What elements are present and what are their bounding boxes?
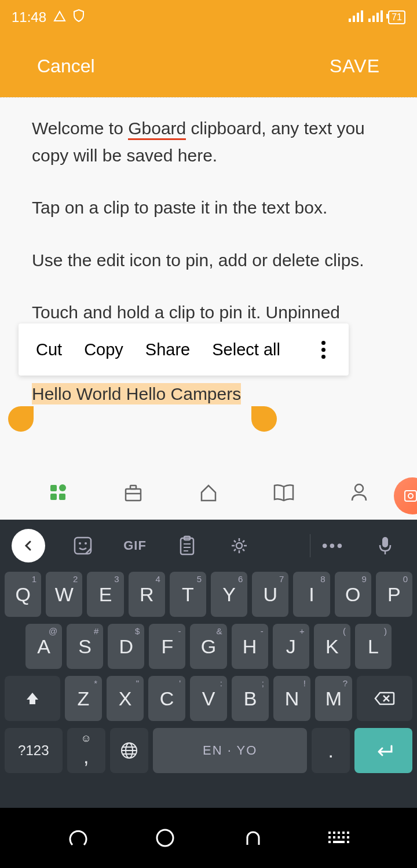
svg-rect-44 — [333, 836, 335, 838]
more-button[interactable]: ••• — [313, 528, 353, 563]
svg-rect-45 — [338, 836, 340, 838]
key-t[interactable]: T5 — [170, 572, 206, 617]
back-button[interactable] — [237, 823, 266, 852]
grid-tab[interactable] — [46, 481, 70, 504]
key-b[interactable]: B; — [232, 676, 269, 721]
backspace-key[interactable] — [357, 676, 412, 721]
svg-rect-1 — [353, 16, 355, 22]
keyboard-row-2: A@S#D$F-G&H-J+K(L) — [5, 624, 412, 669]
keyboard-toggle-button[interactable] — [324, 823, 353, 852]
navigation-bar — [0, 808, 417, 868]
key-j[interactable]: J+ — [273, 624, 309, 669]
cut-action[interactable]: Cut — [36, 340, 62, 359]
signal-icon — [349, 9, 364, 25]
language-key[interactable] — [110, 728, 148, 773]
svg-rect-47 — [347, 836, 349, 838]
keyboard-row-1: Q1W2E3R4T5Y6U7I8O9P0 — [5, 572, 412, 617]
key-w[interactable]: W2 — [46, 572, 82, 617]
text-editor[interactable]: Welcome to Gboard clipboard, any text yo… — [0, 97, 417, 520]
svg-point-27 — [236, 543, 242, 549]
paragraph: Tap on a clip to paste it in the text bo… — [32, 194, 385, 222]
selection-handle-end[interactable] — [251, 406, 277, 432]
key-s[interactable]: S# — [67, 624, 103, 669]
status-time: 11:48 — [12, 9, 46, 25]
key-n[interactable]: N! — [273, 676, 310, 721]
briefcase-tab[interactable] — [122, 481, 145, 504]
key-x[interactable]: X" — [107, 676, 144, 721]
key-a[interactable]: A@ — [25, 624, 62, 669]
key-h[interactable]: H- — [232, 624, 268, 669]
more-actions-button[interactable] — [321, 341, 331, 359]
text-context-menu: Cut Copy Share Select all — [19, 323, 349, 376]
key-m[interactable]: M? — [315, 676, 352, 721]
svg-rect-48 — [328, 841, 331, 843]
mic-button[interactable] — [365, 528, 405, 563]
comma-key[interactable]: ☺ , — [67, 728, 105, 773]
svg-rect-42 — [347, 832, 349, 834]
svg-rect-7 — [381, 10, 383, 22]
keyboard-back-button[interactable] — [12, 529, 45, 562]
home-button[interactable] — [151, 823, 180, 852]
svg-rect-14 — [126, 489, 141, 501]
select-all-action[interactable]: Select all — [212, 340, 280, 359]
svg-rect-3 — [361, 10, 363, 22]
key-k[interactable]: K( — [314, 624, 350, 669]
enter-key[interactable] — [354, 728, 412, 773]
recents-button[interactable] — [64, 823, 93, 852]
key-d[interactable]: D$ — [108, 624, 144, 669]
shift-key[interactable] — [5, 676, 60, 721]
svg-rect-39 — [333, 832, 335, 834]
person-tab[interactable] — [348, 481, 371, 504]
svg-rect-28 — [382, 537, 388, 547]
key-v[interactable]: V: — [190, 676, 227, 721]
svg-rect-10 — [50, 485, 57, 491]
key-q[interactable]: Q1 — [5, 572, 41, 617]
sticker-button[interactable] — [63, 528, 103, 563]
numbers-key[interactable]: ?123 — [5, 728, 63, 773]
copy-action[interactable]: Copy — [84, 340, 123, 359]
svg-rect-13 — [59, 494, 65, 500]
editor-tabs — [0, 465, 417, 520]
save-button[interactable]: SAVE — [330, 56, 380, 77]
svg-rect-43 — [328, 836, 331, 838]
home-tab[interactable] — [197, 481, 220, 504]
key-c[interactable]: C' — [148, 676, 185, 721]
key-z[interactable]: Z* — [65, 676, 102, 721]
key-p[interactable]: P0 — [376, 572, 412, 617]
selection-handle-start[interactable] — [8, 406, 34, 432]
key-i[interactable]: I8 — [293, 572, 330, 617]
svg-rect-50 — [347, 841, 349, 843]
signal-icon-2 — [368, 9, 383, 25]
paragraph: Touch and hold a clip to pin it. Unpinne… — [32, 299, 385, 322]
selected-text[interactable]: Hello World Hello Campers — [32, 383, 241, 404]
cancel-button[interactable]: Cancel — [37, 56, 95, 77]
svg-rect-4 — [368, 19, 371, 22]
space-key[interactable]: EN · YO — [153, 728, 307, 773]
key-o[interactable]: O9 — [335, 572, 371, 617]
svg-rect-49 — [333, 841, 345, 843]
svg-rect-38 — [328, 832, 331, 834]
key-y[interactable]: Y6 — [211, 572, 247, 617]
share-action[interactable]: Share — [145, 340, 190, 359]
key-g[interactable]: G& — [190, 624, 226, 669]
svg-rect-6 — [376, 13, 379, 22]
key-l[interactable]: L) — [355, 624, 392, 669]
keyboard-toolbar: GIF ••• — [0, 520, 417, 572]
svg-point-18 — [355, 484, 363, 492]
paragraph: Welcome to Gboard clipboard, any text yo… — [32, 115, 385, 169]
book-tab[interactable] — [272, 481, 295, 504]
gif-button[interactable]: GIF — [115, 528, 155, 563]
period-key[interactable]: . — [312, 728, 350, 773]
svg-point-20 — [79, 542, 81, 545]
key-r[interactable]: R4 — [129, 572, 165, 617]
settings-button[interactable] — [219, 528, 259, 563]
svg-rect-41 — [342, 832, 345, 834]
clipboard-button[interactable] — [167, 528, 207, 563]
key-f[interactable]: F- — [149, 624, 185, 669]
svg-rect-15 — [130, 486, 136, 489]
shield-icon — [73, 9, 85, 25]
key-u[interactable]: U7 — [252, 572, 288, 617]
battery-icon: 71 — [388, 10, 405, 24]
key-e[interactable]: E3 — [87, 572, 123, 617]
header: Cancel SAVE — [0, 35, 417, 97]
